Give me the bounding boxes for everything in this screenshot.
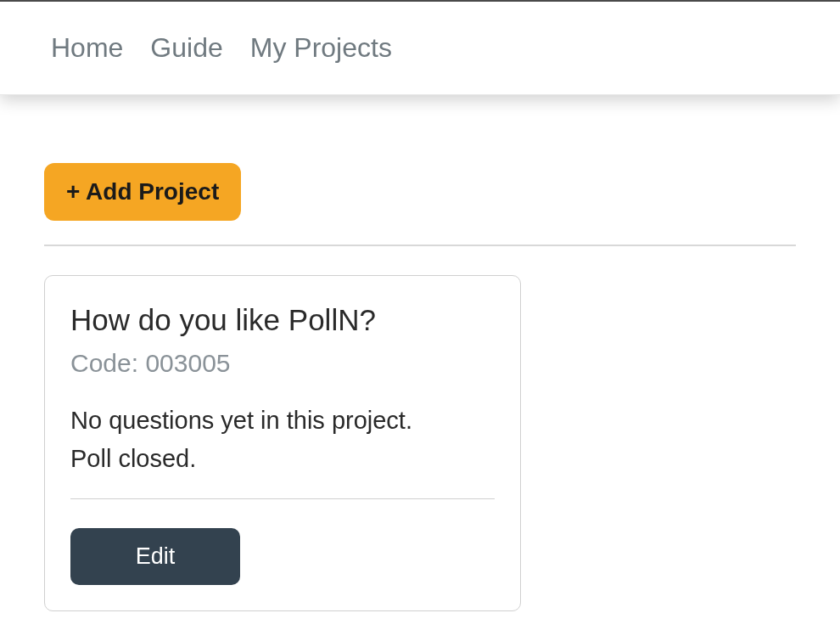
edit-button[interactable]: Edit [70, 528, 240, 585]
project-status-line: No questions yet in this project. [70, 402, 495, 440]
nav-my-projects[interactable]: My Projects [250, 32, 392, 64]
project-code: Code: 003005 [70, 349, 495, 378]
project-card: How do you like PollN? Code: 003005 No q… [44, 275, 521, 611]
project-status: No questions yet in this project. Poll c… [70, 402, 495, 478]
main-content: + Add Project How do you like PollN? Cod… [0, 95, 840, 611]
card-divider [70, 498, 495, 499]
project-status-line: Poll closed. [70, 440, 495, 478]
add-project-button[interactable]: + Add Project [44, 163, 241, 221]
section-divider [44, 245, 796, 246]
nav-guide[interactable]: Guide [150, 32, 222, 64]
navbar: Home Guide My Projects [0, 2, 840, 95]
nav-home[interactable]: Home [51, 32, 123, 64]
project-title: How do you like PollN? [70, 303, 495, 337]
